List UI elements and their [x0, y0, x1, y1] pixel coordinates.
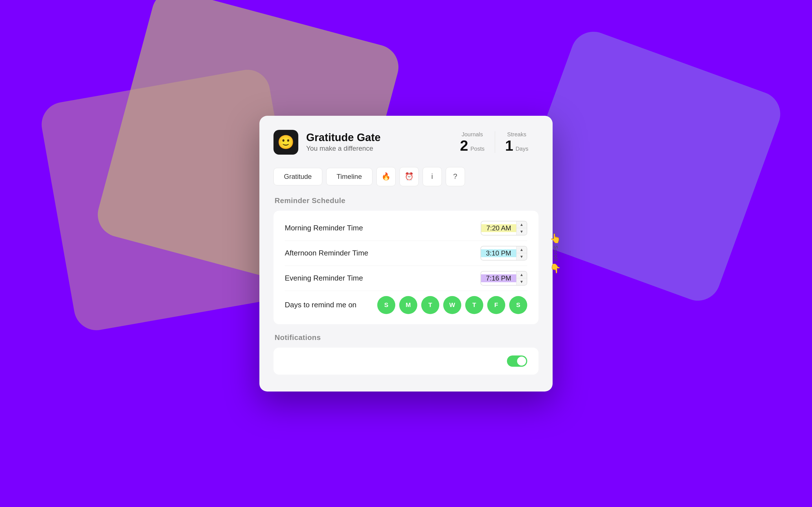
afternoon-stepper-down[interactable]: ▼ [516, 253, 527, 260]
notifications-card [273, 348, 539, 375]
tab-timeline[interactable]: Timeline [326, 168, 372, 185]
notifications-section-title: Notifications [273, 333, 539, 342]
tab-help[interactable]: ? [446, 167, 465, 186]
stats-block: Journals 2 Posts Streaks 1 Days [450, 131, 539, 153]
notifications-toggle[interactable] [507, 355, 527, 367]
evening-stepper-down[interactable]: ▼ [516, 278, 527, 285]
tab-info[interactable]: i [423, 167, 442, 186]
evening-stepper: ▲ ▼ [516, 272, 527, 285]
tab-fire[interactable]: 🔥 [376, 167, 396, 186]
journals-label: Journals [460, 131, 485, 138]
streaks-label: Streaks [505, 131, 529, 138]
afternoon-label: Afternoon Reminder Time [285, 249, 368, 258]
app-name: Gratitude Gate [306, 132, 442, 144]
journals-number: 2 [460, 138, 468, 153]
morning-reminder-row: Morning Reminder Time 7:20 AM ▲ ▼ [285, 221, 527, 241]
tab-bar: Gratitude Timeline 🔥 ⏰ i ? [273, 167, 539, 186]
streaks-number: 1 [505, 138, 513, 153]
afternoon-time-value: 3:10 PM [481, 249, 516, 257]
tab-gratitude[interactable]: Gratitude [273, 168, 322, 185]
streaks-unit: Days [515, 146, 528, 152]
afternoon-stepper-up[interactable]: ▲ [516, 246, 527, 253]
app-icon-face: 🙂 [277, 135, 294, 149]
tab-clock[interactable]: ⏰ [400, 167, 419, 186]
app-icon: 🙂 [273, 130, 298, 155]
scroll-text: Scroll [553, 245, 559, 262]
day-tuesday[interactable]: T [421, 296, 439, 314]
app-title-block: Gratitude Gate You make a difference [306, 132, 442, 153]
evening-time-value: 7:16 PM [481, 274, 516, 282]
streaks-value-row: 1 Days [505, 138, 529, 153]
day-friday[interactable]: F [487, 296, 505, 314]
evening-reminder-row: Evening Reminder Time 7:16 PM ▲ ▼ [285, 266, 527, 291]
afternoon-time-picker[interactable]: 3:10 PM ▲ ▼ [480, 246, 527, 261]
day-thursday[interactable]: T [465, 296, 483, 314]
days-buttons: S M T W T F S [377, 296, 527, 314]
reminder-section-title: Reminder Schedule [273, 196, 539, 205]
morning-stepper-down[interactable]: ▼ [516, 228, 527, 235]
day-saturday[interactable]: S [509, 296, 527, 314]
app-subtitle: You make a difference [306, 145, 442, 152]
scroll-emoji-bottom: 👇 [550, 263, 561, 274]
evening-time-picker[interactable]: 7:16 PM ▲ ▼ [480, 271, 527, 286]
morning-time-picker[interactable]: 7:20 AM ▲ ▼ [481, 221, 527, 235]
morning-time-value: 7:20 AM [481, 224, 516, 232]
days-reminder-row: Days to remind me on S M T W T F S [285, 291, 527, 314]
morning-label: Morning Reminder Time [285, 224, 363, 232]
scroll-emoji-top: 👆 [550, 233, 561, 244]
evening-stepper-up[interactable]: ▲ [516, 272, 527, 279]
evening-label: Evening Reminder Time [285, 274, 363, 283]
afternoon-stepper: ▲ ▼ [516, 246, 527, 260]
stat-journals: Journals 2 Posts [450, 131, 495, 153]
journals-unit: Posts [470, 146, 485, 152]
morning-stepper-up[interactable]: ▲ [516, 221, 527, 228]
reminder-card: Morning Reminder Time 7:20 AM ▲ ▼ Aftern… [273, 211, 539, 324]
app-window: 🙂 Gratitude Gate You make a difference J… [259, 116, 553, 392]
app-header: 🙂 Gratitude Gate You make a difference J… [273, 130, 539, 155]
day-wednesday[interactable]: W [443, 296, 461, 314]
morning-stepper: ▲ ▼ [516, 221, 527, 235]
day-monday[interactable]: M [399, 296, 417, 314]
day-sunday[interactable]: S [377, 296, 395, 314]
days-label: Days to remind me on [285, 300, 356, 309]
journals-value-row: 2 Posts [460, 138, 485, 153]
scroll-indicator: 👆 Scroll 👇 [550, 233, 561, 274]
afternoon-reminder-row: Afternoon Reminder Time 3:10 PM ▲ ▼ [285, 241, 527, 266]
stat-streaks: Streaks 1 Days [495, 131, 539, 153]
